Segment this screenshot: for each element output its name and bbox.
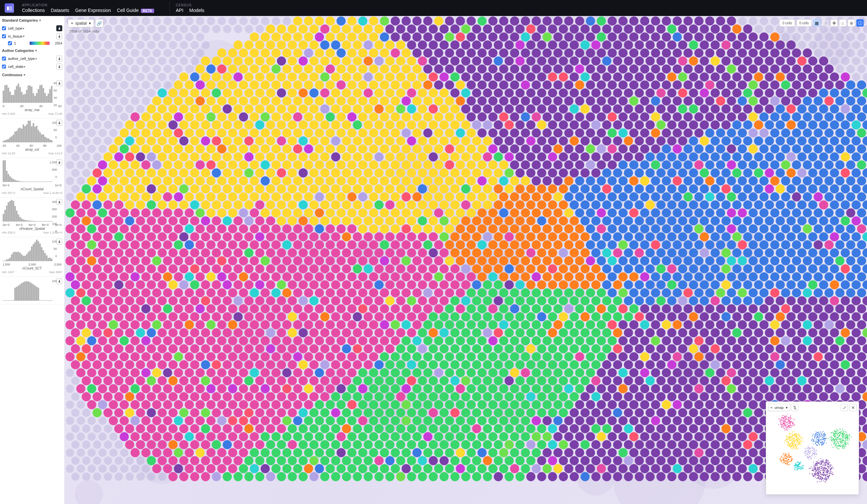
hist-x-ticks: 20406080100 [2,144,62,147]
chevron-down-icon: ▾ [24,74,25,77]
info-icon: ⓘ [858,21,862,25]
inset-swap-button[interactable]: ⇅ [791,404,799,411]
droplet-icon: 🌢 [57,240,61,243]
category-label: in_tissue [8,34,22,38]
info-button[interactable]: ⓘ [856,19,864,26]
spatial-viewer[interactable]: ⌖ spatial ▾ 🔗 2854 of 2854 cells 0 cells… [65,16,867,504]
chevron-right-icon: ▸ [24,65,26,68]
colorby-droplet-author-cell-type[interactable]: 🌢 [56,56,62,62]
selection-count-pill-1[interactable]: 0 cells [779,19,795,26]
histogram-array_row[interactable]: 🌢806040200204060array_rowmin 0.000max 71… [0,79,64,118]
beta-badge: BETA [141,9,154,13]
umap-plot-canvas[interactable] [766,402,859,494]
histogram-canvas[interactable] [2,278,55,302]
top-navbar: ▮▯ APPLICATION Collections Datasets Gene… [0,0,867,16]
left-sidebar[interactable]: Standard Categories ▾ cell_type ▸ 🌢 in_t… [0,16,65,504]
embedding-selector-bar: ⌖ spatial ▾ 🔗 [68,19,103,27]
expand-icon: ⤢ [843,406,846,410]
nav-link-api[interactable]: API [176,8,183,13]
embedding-select-button[interactable]: ⌖ spatial ▾ [68,19,94,27]
category-cell-state[interactable]: cell_state ▸ 🌢 [0,63,64,70]
hist-y-ticks: 4003002001000 [52,200,57,233]
colorby-droplet-partial[interactable]: 🌢 [56,278,62,284]
hist-name: array_col [2,148,62,151]
category-label: cell_state [8,65,23,68]
category-author-cell-type[interactable]: author_cell_type ▸ 🌢 [0,55,64,63]
colorby-droplet-cell-type[interactable]: 🌢 [56,25,62,31]
chevron-down-icon: ▾ [39,19,41,22]
colorby-droplet-array_row[interactable]: 🌢 [56,80,62,86]
checkbox-author-cell-type[interactable] [2,57,6,61]
checkbox-cell-state[interactable] [2,65,6,68]
hist-x-ticks: 5e+41e+5 [2,184,62,187]
cell-count-label: 2854 of 2854 cells [69,29,99,33]
histogram-nCount_SCT[interactable]: 🌢1005001,5002,0002,500nCount_SCTmin 1347… [0,237,64,277]
histogram-array_col[interactable]: 🌢10050020406080100array_colmin 14.00max … [0,118,64,158]
histogram-canvas[interactable] [2,239,55,262]
colorby-droplet-in-tissue[interactable]: 🌢 [56,33,62,39]
colorby-droplet-array_col[interactable]: 🌢 [56,120,62,126]
workspace: Standard Categories ▾ cell_type ▸ 🌢 in_t… [0,16,867,504]
colorby-droplet-cell-state[interactable]: 🌢 [56,64,62,69]
target-icon: ◎ [824,21,827,25]
section-author-categories[interactable]: Author Categories ▾ [0,46,64,55]
zoom-button[interactable]: ⊕ [848,19,855,26]
histogram-canvas[interactable] [2,80,55,103]
droplet-icon: 🌢 [57,57,61,61]
image-toggle-button[interactable]: ▦ [813,19,821,26]
hist-y-ticks: 100 [52,280,57,283]
nav-group-census: CENSUS API Models [176,3,204,13]
droplet-icon: 🌢 [57,81,61,85]
checkbox-in-tissue-1[interactable] [8,41,12,45]
category-in-tissue-value-1[interactable]: 1 2854 [0,40,64,46]
nav-links-application: Collections Datasets Gene Expression Cel… [22,8,154,13]
histogram-nCount_Spatial[interactable]: 🌢1,00050005e+41e+5nCount_Spatialmin 257.… [0,158,64,198]
section-continuous[interactable]: Continuous ▾ [0,70,64,79]
hist-y-ticks: 100500 [52,240,57,258]
colorbar-icon [30,42,50,45]
image-lock-button[interactable]: 🔗 [95,19,103,27]
chevron-right-icon: ▸ [23,27,25,30]
hist-y-ticks: 100500 [52,121,57,139]
umap-inset[interactable]: ⌖ umap ▾ ⇅ ⤢ ✕ [766,402,859,495]
nav-link-gene-expression[interactable]: Gene Expression [75,8,111,13]
section-title: Standard Categories [2,18,38,22]
droplet-icon: 🌢 [57,121,61,125]
nav-link-cell-guide[interactable]: Cell GuideBETA [117,8,154,13]
nav-links-census: API Models [176,8,204,13]
hist-x-ticks: 1,5002,0002,500 [2,263,62,266]
category-cell-type[interactable]: cell_type ▸ 🌢 [0,24,64,32]
inset-close-button[interactable]: ✕ [849,404,857,411]
chevron-down-icon: ▾ [89,21,91,25]
subset-button[interactable]: ◎ [822,19,829,26]
nav-link-collections[interactable]: Collections [22,8,45,13]
swap-icon: ⇅ [793,406,797,410]
section-title: Author Categories [2,48,34,53]
colorby-droplet-nCount_Spatial[interactable]: 🌢 [56,160,62,165]
colorby-droplet-nCount_SCT[interactable]: 🌢 [56,239,62,244]
hist-y-ticks: 80604020 [54,81,57,107]
histogram-canvas[interactable] [2,160,55,183]
histogram-nFeature_Spatial[interactable]: 🌢40030020010002e+34e+36e+38e+31e+4nFeatu… [0,198,64,237]
selection-count-pill-2[interactable]: 0 cells [796,19,812,26]
section-standard-categories[interactable]: Standard Categories ▾ [0,16,64,24]
histogram-partial[interactable]: 🌢100 [0,277,64,304]
checkbox-cell-type[interactable] [2,26,6,30]
nav-link-models[interactable]: Models [190,8,204,13]
recenter-button[interactable]: ⌂ [839,19,846,26]
graph-icon: ⌖ [770,406,772,409]
spatial-plot-canvas[interactable] [65,16,867,504]
app-logo[interactable]: ▮▯ [5,3,14,13]
inset-expand-button[interactable]: ⤢ [841,404,848,411]
lasso-button[interactable]: ✥ [831,19,838,26]
checkbox-in-tissue[interactable] [2,34,6,38]
chevron-down-icon: ▾ [23,35,25,38]
category-in-tissue[interactable]: in_tissue ▾ 🌢 [0,32,64,40]
histogram-canvas[interactable] [2,199,55,222]
histogram-canvas[interactable] [2,120,55,143]
section-title: Continuous [2,73,22,77]
nav-link-datasets[interactable]: Datasets [51,8,69,13]
inset-embedding-select[interactable]: ⌖ umap ▾ [768,404,790,411]
chevron-right-icon: ▸ [36,57,37,60]
colorby-droplet-nFeature_Spatial[interactable]: 🌢 [56,199,62,205]
